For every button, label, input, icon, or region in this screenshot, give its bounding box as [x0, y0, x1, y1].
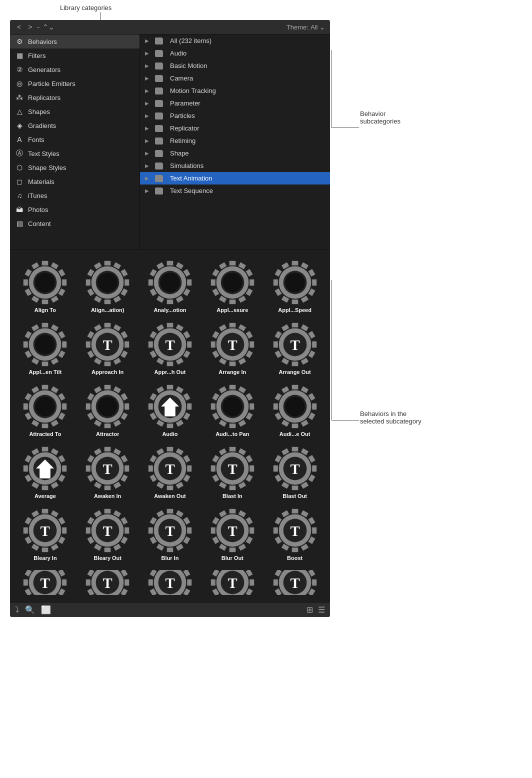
- subcategory-item[interactable]: ▶Basic Motion: [140, 60, 330, 72]
- grid-item[interactable]: Appl...Speed: [264, 258, 325, 315]
- grid-item[interactable]: T: [15, 568, 76, 597]
- subcategory-item[interactable]: ▶Parameter: [140, 97, 330, 110]
- preview-button[interactable]: ⬜: [41, 605, 51, 614]
- forward-button[interactable]: >: [26, 22, 34, 32]
- grid-item[interactable]: T Bleary In: [15, 506, 76, 563]
- grid-item[interactable]: T Bleary Out: [78, 506, 138, 563]
- grid-item[interactable]: T Blur Out: [202, 506, 262, 563]
- svg-marker-363: [292, 548, 298, 552]
- subcategory-item[interactable]: ▶Motion Tracking: [140, 84, 330, 97]
- sidebar-item-itunes[interactable]: ♫iTunes: [10, 188, 140, 202]
- sidebar-item-photos[interactable]: 🏔Photos: [10, 202, 140, 216]
- svg-marker-216: [273, 404, 278, 410]
- svg-marker-93: [104, 362, 111, 366]
- behavior-label: Align...ation): [91, 307, 124, 313]
- svg-marker-318: [104, 548, 111, 552]
- svg-marker-66: [273, 280, 278, 286]
- arrow-icon: ▶: [145, 100, 149, 106]
- sort-button[interactable]: ⌃⌄: [42, 23, 54, 31]
- grid-item[interactable]: Attractor: [78, 382, 138, 439]
- svg-marker-51: [211, 280, 216, 286]
- sidebar-item-content[interactable]: ▤Content: [10, 216, 140, 230]
- grid-view-button[interactable]: ⊞: [306, 605, 313, 614]
- grid-item[interactable]: T Appr...h Out: [140, 320, 200, 377]
- sidebar-item-particle-emitters[interactable]: ◎Particle Emitters: [10, 76, 140, 90]
- grid-item[interactable]: T Blur In: [140, 506, 200, 563]
- svg-marker-6: [24, 280, 28, 286]
- grid-item[interactable]: Audi...to Pan: [202, 382, 262, 439]
- theme-dropdown[interactable]: All ⌄: [310, 24, 325, 31]
- grid-item[interactable]: T: [78, 568, 138, 597]
- sidebar-item-materials[interactable]: ◻Materials: [10, 174, 140, 188]
- svg-marker-198: [229, 424, 236, 428]
- behavior-icon: T: [85, 508, 130, 553]
- grid-item[interactable]: T Blast Out: [264, 444, 325, 501]
- folder-icon: [155, 38, 163, 44]
- svg-text:T: T: [165, 523, 174, 539]
- sidebar-item-shape-styles[interactable]: ⬡Shape Styles: [10, 160, 140, 174]
- svg-marker-276: [211, 466, 216, 472]
- grid-item[interactable]: T: [202, 568, 262, 597]
- svg-marker-264: [167, 447, 174, 452]
- subcategory-item[interactable]: ▶Shape: [140, 147, 330, 160]
- grid-item[interactable]: T: [140, 568, 200, 597]
- svg-marker-261: [148, 466, 153, 472]
- sidebar-item-fonts[interactable]: AFonts: [10, 132, 140, 146]
- svg-text:T: T: [165, 575, 174, 591]
- grid-item[interactable]: T Blast In: [202, 444, 262, 501]
- subcategory-item[interactable]: ▶Simulations: [140, 160, 330, 172]
- grid-item[interactable]: T Approach In: [78, 320, 138, 377]
- svg-marker-123: [229, 362, 236, 366]
- subcategory-item[interactable]: ▶Text Sequence: [140, 184, 330, 197]
- grid-item[interactable]: T Boost: [264, 506, 325, 563]
- grid-item[interactable]: Audio: [140, 382, 200, 439]
- list-view-button[interactable]: ☰: [318, 605, 325, 614]
- svg-marker-156: [24, 404, 28, 410]
- behavior-icon: T: [148, 570, 192, 595]
- sidebar-item-filters[interactable]: ▦Filters: [10, 48, 140, 62]
- svg-marker-213: [292, 424, 298, 428]
- behavior-label: Appl...en Tilt: [29, 369, 62, 375]
- grid-item[interactable]: Average: [15, 444, 76, 501]
- sidebar-item-replicators[interactable]: ⁂Replicators: [10, 90, 140, 104]
- svg-text:T: T: [40, 523, 50, 539]
- subcategory-item[interactable]: ▶Particles: [140, 110, 330, 122]
- behavior-icon: [210, 260, 255, 305]
- grid-item[interactable]: T Arrange In: [202, 320, 262, 377]
- svg-point-59: [222, 272, 242, 292]
- subcategory-item[interactable]: ▶Retiming: [140, 134, 330, 147]
- subcategory-item[interactable]: ▶Text Animation: [140, 172, 330, 184]
- grid-item[interactable]: T: [264, 568, 325, 597]
- grid-item[interactable]: Align...ation): [78, 258, 138, 315]
- svg-marker-138: [292, 362, 298, 366]
- subcategory-item[interactable]: ▶Replicator: [140, 122, 330, 134]
- sidebar-item-gradients[interactable]: ◈Gradients: [10, 118, 140, 132]
- grid-item[interactable]: Appl...ssure: [202, 258, 262, 315]
- grid-item[interactable]: Appl...en Tilt: [15, 320, 76, 377]
- grid-item[interactable]: T Awaken In: [78, 444, 138, 501]
- search-button[interactable]: 🔍: [25, 605, 35, 614]
- sidebar-item-text-styles[interactable]: ⒶText Styles: [10, 146, 140, 160]
- svg-marker-270: [250, 466, 254, 472]
- grid-item[interactable]: Audi...e Out: [264, 382, 325, 439]
- grid-item[interactable]: Analy...otion: [140, 258, 200, 315]
- subcategory-item[interactable]: ▶Camera: [140, 72, 330, 84]
- grid-item[interactable]: Align To: [15, 258, 76, 315]
- arrow-icon: ▶: [145, 88, 149, 94]
- subcategory-item[interactable]: ▶All (232 items): [140, 34, 330, 47]
- svg-marker-30: [187, 280, 192, 286]
- grid-item[interactable]: Attracted To: [15, 382, 76, 439]
- import-button[interactable]: ⤵: [15, 605, 19, 614]
- behavior-subcategories-label: Behaviorsubcategories: [360, 110, 460, 125]
- svg-marker-330: [187, 528, 192, 534]
- sidebar-item-behaviors[interactable]: ⚙Behaviors: [10, 34, 140, 48]
- grid-item[interactable]: T Awaken Out: [140, 444, 200, 501]
- arrow-icon: ▶: [145, 113, 149, 118]
- svg-point-89: [36, 334, 56, 354]
- sidebar-item-shapes[interactable]: △Shapes: [10, 104, 140, 118]
- back-button[interactable]: <: [15, 22, 23, 32]
- subcategory-item[interactable]: ▶Audio: [140, 47, 330, 60]
- sidebar-item-generators[interactable]: ②Generators: [10, 62, 140, 76]
- behavior-icon: T: [210, 570, 255, 595]
- grid-item[interactable]: T Arrange Out: [264, 320, 325, 377]
